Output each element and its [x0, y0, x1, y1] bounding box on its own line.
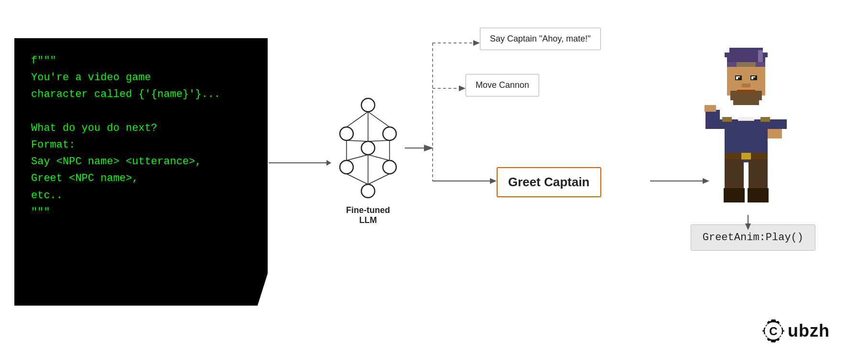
svg-rect-34 [737, 62, 756, 67]
svg-marker-22 [473, 40, 480, 46]
code-line-5: What do you do next? [31, 122, 157, 134]
svg-point-0 [361, 98, 375, 112]
llm-network-svg [332, 96, 404, 201]
svg-line-8 [368, 112, 390, 127]
svg-line-11 [368, 140, 390, 141]
svg-rect-33 [727, 62, 737, 67]
svg-rect-49 [741, 153, 751, 159]
svg-rect-30 [729, 48, 763, 53]
svg-point-2 [383, 127, 396, 140]
svg-point-5 [383, 160, 396, 174]
svg-line-7 [347, 112, 368, 127]
svg-rect-57 [705, 105, 716, 112]
svg-line-10 [347, 140, 368, 141]
character-svg [696, 43, 792, 215]
svg-rect-46 [737, 90, 755, 93]
code-line-3: character called {'{name}'}... [31, 88, 220, 100]
svg-rect-52 [724, 188, 745, 202]
svg-rect-61 [738, 117, 754, 121]
svg-line-14 [347, 155, 368, 160]
svg-line-16 [347, 174, 368, 184]
pixel-character [696, 43, 792, 217]
svg-line-15 [368, 155, 390, 160]
svg-point-1 [340, 127, 353, 140]
cubzh-logo-icon: C [760, 318, 787, 344]
svg-rect-41 [738, 77, 740, 79]
llm-label: Fine-tuned LLM [330, 205, 406, 225]
code-line-2: You're a video game [31, 72, 151, 84]
code-line-8: Greet <NPC name>, [31, 172, 138, 184]
svg-point-3 [361, 141, 375, 155]
greet-anim-box: GreetAnim:Play() [691, 224, 815, 251]
arrow-code-to-llm [269, 162, 331, 163]
svg-point-6 [361, 184, 375, 198]
svg-marker-26 [490, 178, 497, 184]
svg-rect-59 [722, 117, 732, 122]
cubzh-logo: C ubzh [760, 318, 830, 344]
output-say-captain: Say Captain "Ahoy, mate!" [480, 28, 601, 50]
svg-rect-45 [742, 84, 750, 87]
svg-line-17 [368, 174, 390, 184]
svg-rect-42 [753, 77, 755, 79]
svg-rect-58 [768, 129, 782, 138]
svg-rect-35 [756, 62, 765, 67]
svg-rect-54 [705, 119, 725, 129]
output-move-cannon: Move Cannon [466, 74, 539, 96]
svg-rect-53 [748, 188, 769, 202]
code-line-6: Format: [31, 139, 75, 151]
svg-point-4 [340, 160, 353, 174]
svg-rect-60 [760, 117, 770, 122]
code-line-1: f""" [31, 55, 56, 67]
code-line-7: Say <NPC name> <utterance>, [31, 156, 201, 168]
llm-diagram: Fine-tuned LLM [330, 96, 406, 225]
svg-marker-24 [459, 85, 466, 91]
output-greet-captain: Greet Captain [497, 167, 601, 197]
cubzh-logo-text: ubzh [788, 321, 830, 341]
code-block: f""" You're a video game character calle… [14, 38, 268, 306]
code-line-10: """ [31, 206, 50, 218]
svg-rect-44 [733, 100, 759, 105]
svg-text:C: C [769, 325, 777, 338]
svg-rect-51 [749, 159, 768, 188]
svg-rect-55 [768, 119, 787, 129]
code-line-9: etc.. [31, 190, 63, 202]
svg-rect-62 [758, 50, 763, 62]
svg-rect-50 [725, 159, 744, 188]
